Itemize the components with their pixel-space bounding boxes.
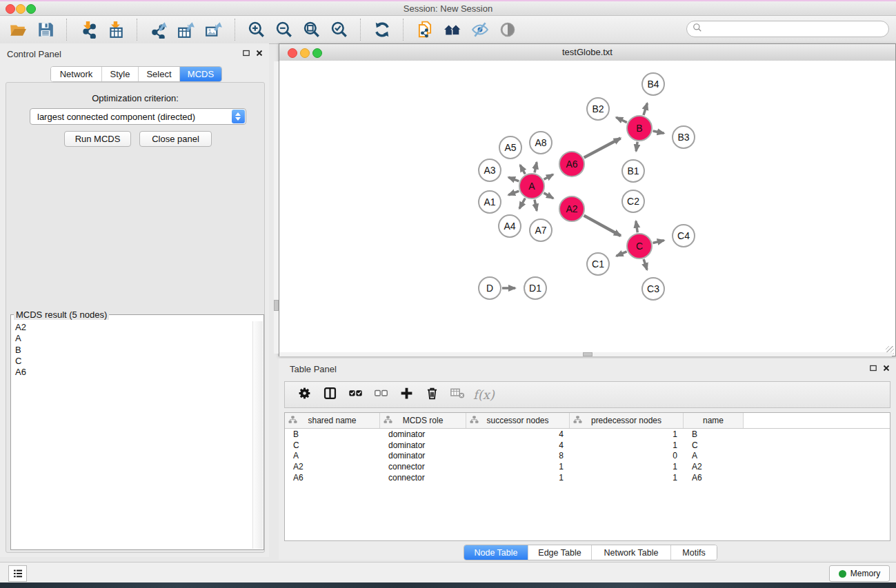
gear-button[interactable] [292,385,317,405]
cell[interactable]: A [684,451,744,460]
edge-B-B2[interactable] [616,117,627,122]
cell[interactable]: 1 [570,473,684,483]
column-header-predecessor-nodes[interactable]: predecessor nodes [570,413,684,428]
export-image-button[interactable] [200,18,228,41]
cell[interactable]: 1 [570,440,684,450]
tab-style[interactable]: Style [102,67,139,81]
edge-A2-C[interactable] [584,216,621,236]
cell[interactable]: 1 [466,462,570,472]
network-window-titlebar[interactable]: testGlobe.txt [279,44,895,61]
cell[interactable]: 1 [570,429,684,439]
edge-A-A6[interactable] [544,174,553,179]
graph-node-A5[interactable]: A5 [499,136,522,159]
graph-node-B4[interactable]: B4 [641,72,665,96]
graph-node-A8[interactable]: A8 [529,131,552,154]
tab-select[interactable]: Select [139,67,180,81]
memory-button[interactable]: Memory [829,565,890,582]
edge-B-B1[interactable] [636,142,637,152]
graph-node-B1[interactable]: B1 [621,159,645,183]
edge-A6-B[interactable] [584,139,621,158]
open-session-button[interactable] [4,18,32,41]
edge-C-C4[interactable] [653,241,664,243]
network-vertical-scrollbar[interactable] [274,61,279,354]
graph-node-C3[interactable]: C3 [641,277,665,301]
column-header-name[interactable]: name [684,413,744,428]
run-mcds-button[interactable]: Run MCDS [64,131,131,147]
search-box[interactable] [686,21,889,37]
edge-A-A8[interactable] [535,162,537,172]
edge-C-C2[interactable] [636,221,637,232]
eye-slash-button[interactable] [466,18,494,41]
cell[interactable]: dominator [380,440,466,450]
cell[interactable]: connector [380,462,466,472]
graph-node-C4[interactable]: C4 [672,224,695,247]
graph-node-D[interactable]: D [478,276,501,300]
graph-node-A[interactable]: A [519,173,545,199]
graph-node-C[interactable]: C [626,233,653,259]
edge-A-A7[interactable] [535,200,537,211]
cell[interactable]: dominator [380,429,466,439]
zoom-out-button[interactable] [270,18,298,41]
deselect-all-button[interactable] [368,385,394,405]
table-row[interactable]: Adominator80A [285,450,890,461]
cell[interactable]: B [684,429,744,439]
tab-node-table[interactable]: Node Table [464,545,528,560]
edge-A-A3[interactable] [508,177,519,181]
graph-node-A6[interactable]: A6 [559,151,585,177]
delete-table-button[interactable] [445,385,470,405]
edge-A-A1[interactable] [508,191,519,195]
cell[interactable]: B [285,429,380,439]
graph-node-D1[interactable]: D1 [524,276,547,300]
refresh-layout-button[interactable] [368,18,396,41]
column-header-MCDS-role[interactable]: MCDS role [380,413,466,428]
cell[interactable]: A2 [684,462,744,472]
cell[interactable]: 0 [570,451,684,460]
edge-A-A2[interactable] [544,193,553,199]
column-header-successor-nodes[interactable]: successor nodes [466,413,570,428]
save-session-button[interactable] [32,18,59,41]
clone-network-button[interactable] [411,18,439,41]
graph-node-A4[interactable]: A4 [498,214,521,238]
home-button[interactable] [439,18,466,41]
close-panel-button[interactable]: Close panel [139,131,212,147]
edge-B-B3[interactable] [653,131,664,133]
graph-node-A7[interactable]: A7 [529,219,552,242]
select-all-button[interactable] [343,385,368,405]
table-row[interactable]: A2connector11A2 [285,461,890,472]
cell[interactable]: C [684,440,744,450]
result-item[interactable]: A [12,333,252,344]
graph-node-C1[interactable]: C1 [586,252,610,276]
network-canvas[interactable]: B4B2BB3A5A8A6A3B1AA1C2A2A4A7C4CC1DD1C3 [279,61,895,356]
delete-row-button[interactable] [419,385,445,405]
tab-mcds[interactable]: MCDS [180,67,221,81]
eye-button[interactable] [494,18,521,41]
table-float-panel-icon[interactable] [868,363,878,373]
table-close-panel-icon[interactable] [882,363,891,373]
function-builder-button[interactable]: f(x) [473,387,495,402]
tab-motifs[interactable]: Motifs [671,545,717,560]
cell[interactable]: A2 [285,462,380,472]
graph-node-B[interactable]: B [626,115,653,141]
zoom-selected-button[interactable] [326,18,353,41]
import-network-button[interactable] [74,18,102,41]
cell[interactable]: C [285,440,380,450]
table-row[interactable]: Cdominator41C [285,440,890,451]
cell[interactable]: 8 [466,451,570,460]
optimization-criterion-dropdown[interactable]: largest connected component (directed) [30,108,246,125]
cell[interactable]: dominator [380,451,466,460]
float-panel-icon[interactable] [241,48,251,58]
table-row[interactable]: A6connector11A6 [285,472,890,483]
graph-node-C2[interactable]: C2 [621,190,645,213]
node-table[interactable]: shared nameMCDS rolesuccessor nodesprede… [284,412,890,541]
edge-A-A5[interactable] [520,165,525,174]
cell[interactable]: A6 [684,473,744,483]
result-item[interactable]: B [12,345,252,356]
main-titlebar[interactable]: Session: New Session [0,1,896,16]
cell[interactable]: 4 [466,429,570,439]
task-history-button[interactable] [8,565,27,582]
tab-edge-table[interactable]: Edge Table [528,545,592,560]
result-item[interactable]: A6 [12,367,252,378]
edge-B-B4[interactable] [644,103,647,115]
column-header-shared-name[interactable]: shared name [285,413,380,428]
cell[interactable]: A [285,451,380,460]
